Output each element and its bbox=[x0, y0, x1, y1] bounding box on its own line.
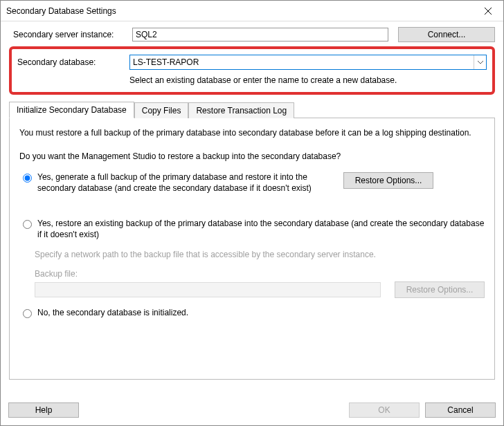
restore-options-button-1[interactable]: Restore Options... bbox=[343, 172, 433, 189]
titlebar: Secondary Database Settings bbox=[1, 1, 503, 21]
backup-file-input bbox=[35, 282, 381, 297]
ok-button: OK bbox=[349, 402, 420, 418]
secondary-db-help: Select an existing database or enter the… bbox=[129, 75, 487, 85]
combo-dropdown-button[interactable] bbox=[474, 55, 486, 69]
help-button[interactable]: Help bbox=[8, 402, 79, 418]
chevron-down-icon bbox=[478, 61, 483, 64]
tab-copy-files[interactable]: Copy Files bbox=[134, 102, 189, 118]
server-instance-input[interactable] bbox=[132, 28, 388, 41]
tabs: Initialize Secondary Database Copy Files… bbox=[9, 102, 495, 118]
option2-subsection: Specify a network path to the backup fil… bbox=[35, 250, 485, 298]
tab-restore-log[interactable]: Restore Transaction Log bbox=[188, 102, 294, 118]
secondary-db-combo[interactable] bbox=[129, 55, 487, 70]
option1-radio[interactable] bbox=[23, 174, 32, 183]
connect-button[interactable]: Connect... bbox=[398, 27, 495, 42]
option3-label[interactable]: No, the secondary database is initialize… bbox=[37, 308, 485, 319]
option2-row: Yes, restore an existing backup of the p… bbox=[19, 219, 485, 240]
close-button[interactable] bbox=[473, 1, 503, 21]
secondary-db-label: Secondary database: bbox=[17, 57, 129, 67]
secondary-db-input[interactable] bbox=[130, 55, 474, 69]
option1-label[interactable]: Yes, generate a full backup of the prima… bbox=[37, 172, 335, 194]
cancel-button[interactable]: Cancel bbox=[425, 402, 496, 418]
highlight-box: Secondary database: Select an existing d… bbox=[9, 46, 495, 95]
network-path-hint: Specify a network path to the backup fil… bbox=[35, 250, 485, 259]
option1-row: Yes, generate a full backup of the prima… bbox=[19, 172, 485, 194]
option2-radio[interactable] bbox=[23, 220, 32, 229]
option2-label[interactable]: Yes, restore an existing backup of the p… bbox=[37, 219, 485, 240]
window-title: Secondary Database Settings bbox=[6, 6, 473, 16]
server-instance-row: Secondary server instance: Connect... bbox=[9, 27, 495, 42]
content: Secondary server instance: Connect... Se… bbox=[1, 21, 503, 380]
panel-intro: You must restore a full backup of the pr… bbox=[19, 128, 485, 138]
panel-question: Do you want the Management Studio to res… bbox=[19, 151, 485, 161]
tab-initialize[interactable]: Initialize Secondary Database bbox=[9, 102, 134, 118]
server-instance-label: Secondary server instance: bbox=[9, 30, 132, 39]
footer: Help OK Cancel bbox=[8, 402, 496, 418]
option3-row: No, the secondary database is initialize… bbox=[19, 308, 485, 319]
restore-options-button-2: Restore Options... bbox=[395, 281, 485, 298]
backup-file-label: Backup file: bbox=[35, 269, 485, 279]
option3-radio[interactable] bbox=[23, 309, 32, 318]
close-icon bbox=[485, 8, 492, 15]
tab-panel-initialize: You must restore a full backup of the pr… bbox=[9, 118, 495, 380]
